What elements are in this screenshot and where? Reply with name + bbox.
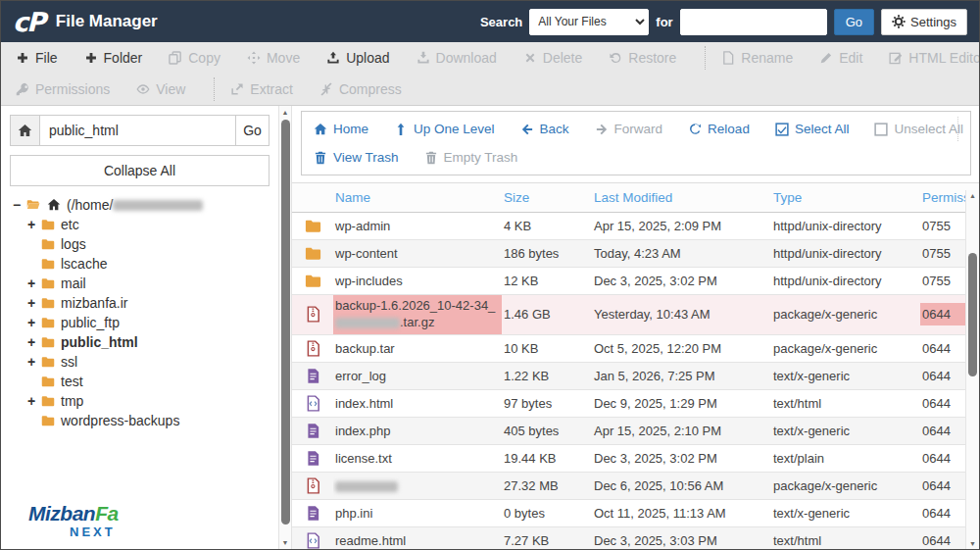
toolbar-item-edit[interactable]: Edit [819, 50, 862, 66]
nav-item-select-all[interactable]: Select All [775, 122, 850, 136]
tree-item-public-html[interactable]: +public_html [13, 332, 274, 352]
toolbar-item-view[interactable]: View [136, 81, 185, 97]
tree-item-etc[interactable]: +etc [13, 215, 274, 234]
tree-expander-icon[interactable]: + [27, 295, 40, 311]
tree-expander-icon[interactable]: − [13, 197, 25, 213]
tree-item-wordpress-backups[interactable]: wordpress-backups [13, 411, 274, 430]
toolbar-row-1: FileFolderCopyMoveUploadDownloadDeleteRe… [1, 42, 979, 74]
toolbar-item-file[interactable]: File [16, 50, 58, 66]
table-row[interactable]: error_log1.22 KBJan 5, 2026, 7:25 PMtext… [292, 363, 979, 390]
table-scrollbar-thumb[interactable] [968, 253, 977, 376]
file-name[interactable]: backup-1.6.2026_10-42-34_.tar.gz [333, 295, 502, 334]
sidebar-scrollbar-thumb[interactable] [281, 120, 290, 525]
column-header-last-modified[interactable]: Last Modified [592, 183, 771, 212]
column-header-size[interactable]: Size [502, 183, 592, 212]
file-name[interactable]: php.ini [333, 502, 502, 525]
toolbar-item-folder[interactable]: Folder [84, 50, 143, 66]
tree-item-ssl[interactable]: +ssl [13, 352, 274, 372]
file-name[interactable]: index.php [333, 420, 502, 442]
file-size: 1.22 KB [502, 365, 592, 387]
search-scope-select[interactable]: All Your Files [529, 9, 649, 35]
column-header-icon [292, 183, 333, 212]
tree-item-tmp[interactable]: +tmp [13, 391, 274, 411]
table-row[interactable]: wp-content186 bytesToday, 4:23 AMhttpd/u… [292, 240, 979, 268]
file-name[interactable]: error_log [333, 365, 502, 387]
file-name[interactable] [333, 475, 502, 497]
home-directory-button[interactable] [10, 115, 40, 146]
toolbar-item-move[interactable]: Move [247, 50, 300, 66]
toolbar-item-rename[interactable]: Rename [721, 50, 793, 66]
file-name[interactable]: backup.tar [333, 337, 502, 360]
settings-button[interactable]: Settings [881, 9, 967, 35]
tree-expander-icon[interactable]: + [27, 393, 40, 409]
tree-expander-icon[interactable]: + [27, 354, 40, 370]
sidebar: Go Collapse All −(/home/+etclogslscache+… [1, 106, 278, 550]
tree-item-test[interactable]: test [13, 372, 274, 391]
blurred-account-name [113, 200, 203, 211]
toolbar-item-download[interactable]: Download [416, 50, 497, 66]
file-name[interactable]: index.html [333, 392, 502, 415]
nav-item-up-one-level[interactable]: Up One Level [394, 122, 495, 136]
file-name[interactable]: wp-admin [333, 215, 502, 237]
toolbar-item-permissions[interactable]: Permissions [16, 81, 110, 97]
tree-item-mail[interactable]: +mail [13, 274, 274, 293]
tree-expander-icon[interactable]: + [27, 275, 40, 291]
table-row[interactable]: backup-1.6.2026_10-42-34_.tar.gz1.46 GBY… [292, 295, 979, 335]
blurred-file-name [335, 481, 398, 492]
search-input[interactable] [680, 9, 827, 35]
folder-icon [40, 276, 56, 290]
table-row[interactable]: index.php405 bytesApr 15, 2025, 2:10 PMt… [292, 418, 979, 445]
collapse-all-button[interactable]: Collapse All [10, 155, 270, 186]
table-row[interactable]: license.txt19.44 KBDec 3, 2025, 3:02 PMt… [292, 445, 979, 473]
tree-expander-icon[interactable]: + [27, 334, 40, 350]
nav-item-empty-trash[interactable]: Empty Trash [424, 150, 518, 165]
toolbar-item-extract[interactable]: Extract [230, 81, 293, 97]
table-scrollbar[interactable]: ▲ ▼ [965, 190, 979, 550]
table-row[interactable]: readme.html7.27 KBDec 3, 2025, 3:03 PMte… [292, 527, 979, 550]
nav-item-forward[interactable]: Forward [595, 122, 663, 136]
nav-item-back[interactable]: Back [520, 122, 569, 136]
nav-item-home[interactable]: Home [314, 122, 368, 136]
tree-expander-icon[interactable]: + [27, 217, 40, 232]
nav-item-unselect-all[interactable]: Unselect All [874, 122, 963, 136]
nav-item-label: Unselect All [894, 122, 963, 136]
file-name[interactable]: license.txt [333, 447, 502, 470]
table-row[interactable]: backup.tar10 KBOct 5, 2025, 12:20 PMpack… [292, 335, 979, 363]
file-name[interactable]: wp-includes [333, 270, 502, 292]
column-header-name[interactable]: Name [333, 183, 502, 212]
nav-item-view-trash[interactable]: View Trash [314, 150, 399, 165]
toolbar-item-delete[interactable]: Delete [523, 50, 582, 66]
scroll-up-arrow-icon[interactable]: ▲ [279, 108, 291, 118]
tree-item-lscache[interactable]: lscache [13, 254, 274, 274]
column-header-type[interactable]: Type [771, 183, 920, 212]
tree-item-home[interactable]: −(/home/ [13, 195, 274, 215]
table-row[interactable]: wp-admin4 KBApr 15, 2025, 2:09 PMhttpd/u… [292, 213, 979, 240]
file-name[interactable]: wp-content [333, 242, 502, 265]
nav-item-reload[interactable]: Reload [688, 122, 750, 136]
move-icon [247, 51, 261, 65]
file-size: 12 KB [502, 270, 592, 292]
table-row[interactable]: php.ini0 bytesOct 11, 2025, 11:13 AMtext… [292, 500, 979, 527]
sidebar-scrollbar[interactable]: ▲ ▼ [278, 106, 292, 550]
toolbar-item-upload[interactable]: Upload [326, 50, 389, 66]
table-scroll-down-icon[interactable]: ▼ [966, 539, 979, 549]
tree-item-mizbanfa-ir[interactable]: +mizbanfa.ir [13, 293, 274, 313]
table-scroll-up-icon[interactable]: ▲ [966, 191, 979, 201]
path-input[interactable] [40, 115, 236, 146]
scroll-down-arrow-icon[interactable]: ▼ [279, 538, 291, 548]
tree-expander-icon[interactable]: + [27, 315, 40, 330]
table-row[interactable]: 27.32 MBDec 6, 2025, 10:56 AMpackage/x-g… [292, 473, 979, 500]
toolbar-item-html-editor-beta[interactable]: HTML Editor (Beta) [889, 50, 980, 66]
table-row[interactable]: wp-includes12 KBDec 3, 2025, 3:02 PMhttp… [292, 268, 979, 295]
tree-item-logs[interactable]: logs [13, 234, 274, 254]
search-go-button[interactable]: Go [834, 9, 874, 35]
tree-item-label: ssl [61, 354, 77, 370]
path-go-button[interactable]: Go [236, 115, 270, 146]
tree-item-public-ftp[interactable]: +public_ftp [13, 313, 274, 332]
toolbar-item-compress[interactable]: Compress [319, 81, 402, 97]
toolbar-item-copy[interactable]: Copy [169, 50, 220, 66]
tree-item-label: public_html [61, 334, 138, 350]
file-name[interactable]: readme.html [333, 529, 502, 550]
table-row[interactable]: index.html97 bytesDec 9, 2025, 1:29 PMte… [292, 390, 979, 418]
toolbar-item-restore[interactable]: Restore [609, 50, 676, 66]
